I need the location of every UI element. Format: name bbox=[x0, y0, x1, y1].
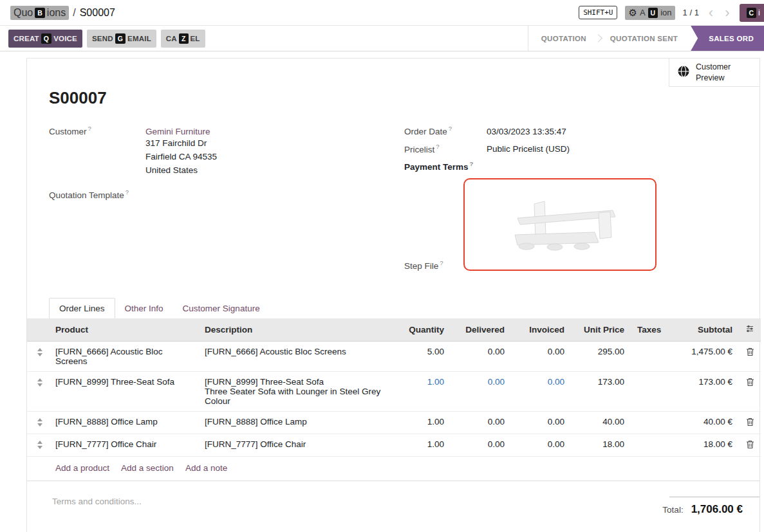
gear-icon: ⚙ bbox=[628, 7, 637, 19]
product-cell[interactable]: [FURN_8999] Three-Seat Sofa bbox=[49, 371, 198, 411]
add-a-section-link[interactable]: Add a section bbox=[121, 463, 174, 473]
tab-bar: Order LinesOther InfoCustomer Signature bbox=[49, 298, 738, 318]
add-a-product-link[interactable]: Add a product bbox=[55, 463, 109, 473]
drag-handle-icon[interactable] bbox=[37, 348, 42, 356]
customer-address: 317 Fairchild DrFairfield CA 94535United… bbox=[145, 136, 217, 177]
pager-next-button[interactable]: › bbox=[723, 6, 731, 20]
delete-line-button[interactable] bbox=[746, 378, 754, 389]
drag-handle-icon[interactable] bbox=[37, 378, 42, 387]
payment-terms-label: Payment Terms? bbox=[404, 160, 487, 172]
customer-address-line: Fairfield CA 94535 bbox=[145, 150, 217, 163]
tab-order-lines[interactable]: Order Lines bbox=[49, 298, 115, 318]
tab-other-info[interactable]: Other Info bbox=[115, 298, 173, 318]
delivered-cell[interactable]: 0.00 bbox=[451, 341, 511, 371]
delete-line-button[interactable] bbox=[746, 417, 754, 428]
delivered-cell[interactable]: 0.00 bbox=[451, 371, 511, 411]
cancel-button[interactable]: CAZEL bbox=[161, 30, 205, 48]
delete-line-button[interactable] bbox=[746, 440, 754, 451]
invoiced-cell[interactable]: 0.00 bbox=[511, 371, 571, 411]
product-column-header[interactable]: Product bbox=[49, 318, 198, 342]
left-actions: CREATQVOICE SENDGEMAIL CAZEL bbox=[0, 26, 205, 51]
keyboard-shortcut-hint: SHIFT+U bbox=[579, 6, 617, 19]
quantity-column-header[interactable]: Quantity bbox=[391, 318, 451, 342]
taxes-cell[interactable] bbox=[631, 341, 664, 371]
taxes-column-header[interactable]: Taxes bbox=[631, 318, 664, 342]
quantity-cell[interactable]: 1.00 bbox=[391, 371, 451, 411]
quantity-cell[interactable]: 1.00 bbox=[391, 434, 451, 456]
description-column-header[interactable]: Description bbox=[198, 318, 391, 342]
help-icon: ? bbox=[436, 143, 439, 150]
product-cell[interactable]: [FURN_8888] Office Lamp bbox=[49, 411, 198, 434]
table-row: [FURN_6666] Acoustic Bloc Screens[FURN_6… bbox=[27, 341, 761, 371]
pricelist-label: Pricelist? bbox=[404, 143, 487, 154]
pricelist-field: Pricelist? Public Pricelist (USD) bbox=[404, 143, 738, 154]
hotkey-badge-c: C bbox=[747, 8, 757, 18]
topbar-right: SHIFT+U ⚙ A U ion 1 / 1 ‹ › Ci bbox=[579, 4, 764, 22]
customer-address-line: 317 Fairchild Dr bbox=[145, 136, 217, 150]
unit-price-cell[interactable]: 173.00 bbox=[571, 371, 631, 411]
button-label: CA bbox=[166, 35, 177, 42]
help-icon: ? bbox=[449, 125, 452, 132]
taxes-cell[interactable] bbox=[631, 434, 664, 456]
delete-line-button[interactable] bbox=[746, 347, 754, 358]
sheet-footer: Terms and conditions... Total: 1,706.00 … bbox=[27, 481, 759, 532]
customer-address-line: United States bbox=[145, 163, 217, 177]
pricelist-value[interactable]: Public Pricelist (USD) bbox=[487, 144, 570, 154]
unit-price-column-header[interactable]: Unit Price bbox=[571, 318, 631, 342]
globe-icon bbox=[677, 65, 690, 80]
send-email-button[interactable]: SENDGEMAIL bbox=[87, 30, 156, 48]
taxes-cell[interactable] bbox=[631, 371, 664, 411]
delivered-cell[interactable]: 0.00 bbox=[451, 411, 511, 434]
create-button[interactable]: Ci bbox=[740, 4, 764, 22]
description-cell[interactable]: [FURN_8888] Office Lamp bbox=[198, 411, 391, 434]
description-cell[interactable]: [FURN_6666] Acoustic Bloc Screens bbox=[198, 341, 391, 371]
quantity-cell[interactable]: 5.00 bbox=[391, 341, 451, 371]
button-label: SEND bbox=[92, 35, 113, 42]
customer-label: Customer? bbox=[49, 125, 145, 136]
invoiced-cell[interactable]: 0.00 bbox=[511, 434, 571, 456]
terms-placeholder[interactable]: Terms and conditions... bbox=[52, 497, 142, 516]
quantity-cell[interactable]: 1.00 bbox=[391, 411, 451, 434]
step-file-preview[interactable] bbox=[463, 178, 657, 271]
unit-price-cell[interactable]: 40.00 bbox=[571, 411, 631, 434]
drag-handle-icon[interactable] bbox=[37, 418, 42, 427]
invoiced-column-header[interactable]: Invoiced bbox=[511, 318, 571, 342]
order-date-label: Order Date? bbox=[404, 125, 487, 136]
subtotal-cell: 18.00 € bbox=[664, 434, 739, 456]
add-a-note-link[interactable]: Add a note bbox=[185, 463, 227, 473]
subtotal-cell: 40.00 € bbox=[664, 411, 739, 434]
subtotal-column-header[interactable]: Subtotal bbox=[664, 318, 739, 342]
breadcrumb-quotations-link[interactable]: QuoBions bbox=[10, 6, 69, 20]
optional-columns-button[interactable] bbox=[739, 318, 761, 342]
customer-link[interactable]: Gemini Furniture bbox=[145, 127, 210, 136]
taxes-cell[interactable] bbox=[631, 411, 664, 434]
unit-price-cell[interactable]: 295.00 bbox=[571, 341, 631, 371]
delete-cell bbox=[739, 411, 761, 434]
payment-terms-field[interactable]: Payment Terms? bbox=[404, 160, 738, 172]
quotation-template-field[interactable]: Quotation Template? bbox=[49, 188, 404, 200]
pager-previous-button[interactable]: ‹ bbox=[707, 6, 715, 20]
status-step-sales-ord[interactable]: SALES ORD bbox=[691, 26, 764, 51]
invoiced-cell[interactable]: 0.00 bbox=[511, 411, 571, 434]
product-cell[interactable]: [FURN_7777] Office Chair bbox=[49, 434, 198, 456]
product-cell[interactable]: [FURN_6666] Acoustic Bloc Screens bbox=[49, 341, 198, 371]
description-cell[interactable]: [FURN_8999] Three-Seat SofaThree Seater … bbox=[198, 371, 391, 411]
unit-price-cell[interactable]: 18.00 bbox=[571, 434, 631, 456]
create-invoice-button[interactable]: CREATQVOICE bbox=[8, 30, 82, 48]
customer-preview-button[interactable]: Customer Preview bbox=[669, 59, 759, 87]
action-menu-button[interactable]: ⚙ A U ion bbox=[625, 6, 675, 20]
drag-handle-icon[interactable] bbox=[37, 441, 42, 449]
order-date-value[interactable]: 03/03/2023 13:35:47 bbox=[487, 127, 566, 136]
delivered-cell[interactable]: 0.00 bbox=[451, 434, 511, 456]
tab-customer-signature[interactable]: Customer Signature bbox=[173, 298, 270, 318]
help-icon: ? bbox=[88, 125, 91, 132]
customer-preview-label: Customer Preview bbox=[696, 62, 731, 83]
description-cell[interactable]: [FURN_7777] Office Chair bbox=[198, 434, 391, 456]
invoiced-cell[interactable]: 0.00 bbox=[511, 341, 571, 371]
table-row: [FURN_7777] Office Chair[FURN_7777] Offi… bbox=[27, 434, 761, 456]
status-step-quotation-sent[interactable]: QUOTATION SENT bbox=[597, 26, 691, 51]
delivered-column-header[interactable]: Delivered bbox=[451, 318, 511, 342]
order-line-footer-links: Add a productAdd a sectionAdd a note bbox=[27, 457, 759, 481]
hotkey-badge-g: G bbox=[115, 33, 126, 44]
status-step-quotation[interactable]: QUOTATION bbox=[528, 26, 599, 51]
